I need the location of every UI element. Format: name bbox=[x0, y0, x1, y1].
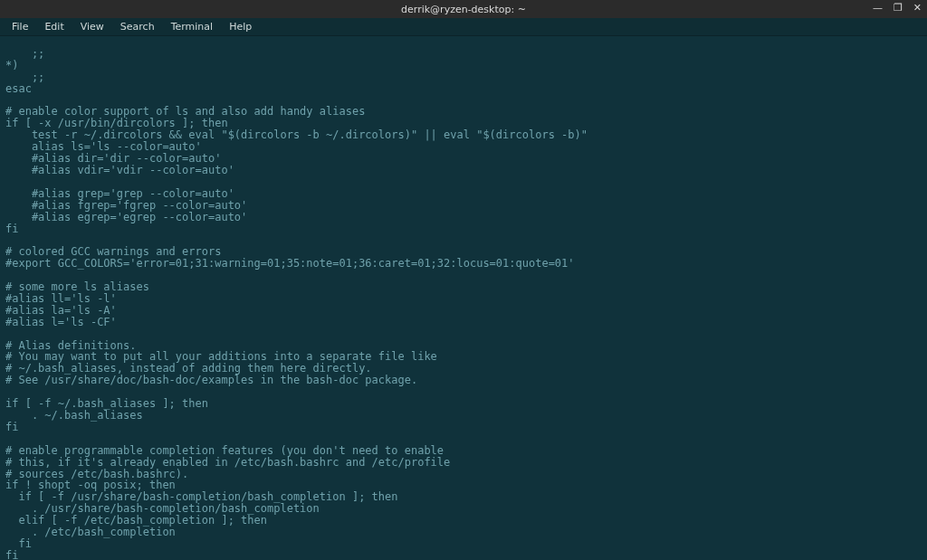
menu-terminal[interactable]: Terminal bbox=[163, 19, 222, 34]
terminal-output: ;; *) ;; esac # enable color support of … bbox=[5, 48, 922, 560]
window-titlebar: derrik@ryzen-desktop: ~ — ❐ ✕ bbox=[0, 0, 927, 18]
terminal-viewport[interactable]: ;; *) ;; esac # enable color support of … bbox=[0, 36, 927, 560]
menubar: File Edit View Search Terminal Help bbox=[0, 18, 927, 36]
menu-view[interactable]: View bbox=[72, 19, 112, 34]
close-icon[interactable]: ✕ bbox=[912, 2, 923, 14]
window-title: derrik@ryzen-desktop: ~ bbox=[401, 4, 526, 15]
minimize-icon[interactable]: — bbox=[871, 2, 884, 14]
menu-file[interactable]: File bbox=[4, 19, 36, 34]
menu-search[interactable]: Search bbox=[112, 19, 163, 34]
maximize-icon[interactable]: ❐ bbox=[892, 2, 904, 14]
menu-help[interactable]: Help bbox=[221, 19, 260, 34]
menu-edit[interactable]: Edit bbox=[36, 19, 72, 34]
